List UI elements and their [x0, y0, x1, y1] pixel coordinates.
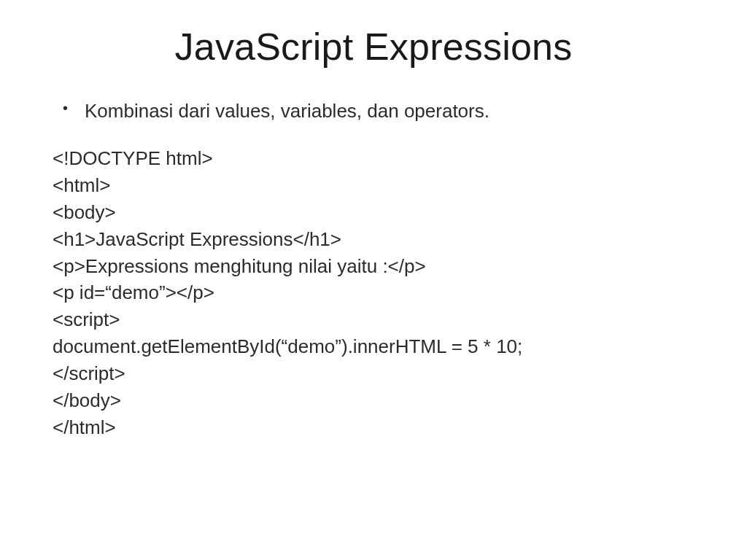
slide-content: Kombinasi dari values, variables, dan op… [53, 98, 694, 441]
code-line: <h1>JavaScript Expressions</h1> [53, 226, 694, 253]
bullet-item: Kombinasi dari values, variables, dan op… [79, 98, 694, 125]
code-line: <script> [53, 306, 694, 333]
code-line: <p id=“demo”></p> [53, 279, 694, 306]
code-line: <p>Expressions menghitung nilai yaitu :<… [53, 253, 694, 280]
code-line: </html> [53, 414, 694, 441]
slide-title: JavaScript Expressions [53, 25, 694, 69]
code-line: </body> [53, 387, 694, 414]
code-line: <body> [53, 199, 694, 226]
code-line: <!DOCTYPE html> [53, 145, 694, 172]
slide: JavaScript Expressions Kombinasi dari va… [0, 0, 747, 560]
code-block: <!DOCTYPE html> <html> <body> <h1>JavaSc… [53, 145, 694, 441]
bullet-list: Kombinasi dari values, variables, dan op… [53, 98, 694, 125]
code-line: document.getElementById(“demo”).innerHTM… [53, 333, 694, 360]
code-line: </script> [53, 360, 694, 387]
code-line: <html> [53, 172, 694, 199]
